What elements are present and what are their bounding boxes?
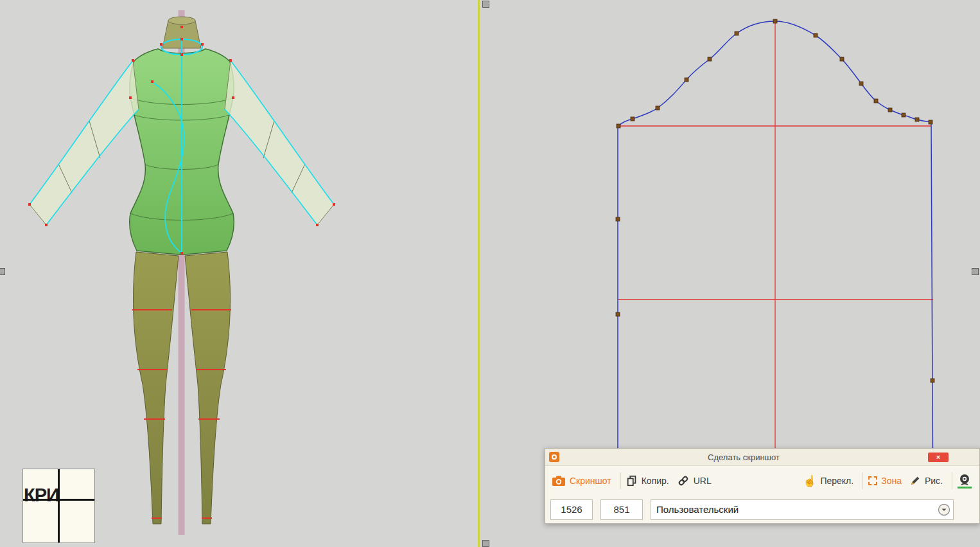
dropdown-icon[interactable] [938,503,950,516]
toggle-button[interactable]: ☝ Перекл. [803,476,853,487]
dialog-title: Сделать скриншот [559,453,928,462]
selection-handle-top[interactable] [482,1,489,8]
webcam-active-indicator [958,487,972,489]
zone-button[interactable]: Зона [868,476,902,485]
toolbar-divider-2 [862,472,863,489]
width-input[interactable] [550,499,593,520]
zone-icon [868,476,877,485]
webcam-icon [958,474,971,485]
selection-handle-left[interactable] [0,268,5,275]
curve-editor-minimap[interactable]: КРИ [22,469,95,543]
copy-button[interactable]: Копир. [626,475,669,487]
toolbar-divider [620,472,621,489]
toggle-label: Перекл. [820,476,853,485]
height-input[interactable] [600,499,643,520]
screenshot-dialog: Сделать скриншот × Скриншот Копир. [545,448,980,524]
hand-icon: ☝ [803,476,816,487]
screenshot-button[interactable]: Скриншот [552,475,611,487]
minimap-label: КРИ [24,485,59,506]
preset-field [651,499,954,520]
selection-handle-bottom[interactable] [482,540,489,547]
pencil-icon [909,475,921,487]
webcam-button[interactable] [958,474,972,489]
zone-label: Зона [881,476,902,485]
dialog-bottombar [545,496,979,523]
mannequin-drawing [0,0,478,547]
url-button[interactable]: URL [677,474,712,487]
minimap-horizontal-line [23,499,94,501]
close-button[interactable]: × [928,453,949,462]
draw-label: Рис. [925,476,943,485]
preset-input[interactable] [651,499,954,520]
dialog-toolbar: Скриншот Копир. URL ☝ Перекл. [545,466,979,496]
copy-icon [626,475,638,487]
url-label: URL [694,476,712,485]
selection-handle-right[interactable] [972,268,979,275]
link-icon [677,474,690,487]
mannequin-viewport[interactable] [0,0,478,547]
minimap-vertical-line [58,469,60,543]
screenshot-label: Скриншот [570,476,611,485]
close-icon: × [936,453,940,461]
dialog-titlebar[interactable]: Сделать скриншот × [545,449,979,466]
app-icon [549,452,559,462]
draw-button[interactable]: Рис. [909,475,943,487]
copy-label: Копир. [642,476,669,485]
toolbar-divider-3 [952,472,952,489]
camera-icon [552,475,566,487]
